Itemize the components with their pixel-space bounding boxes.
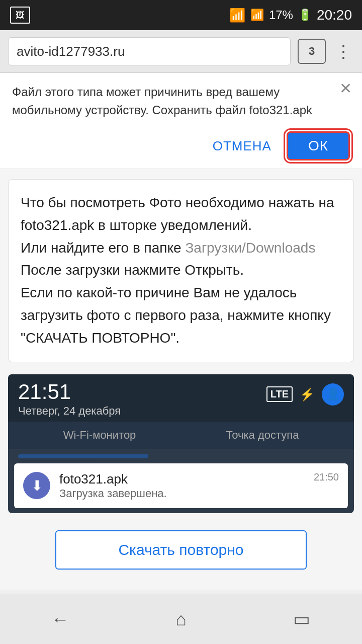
download-btn-container: Скачать повторно [8, 525, 354, 580]
address-input[interactable] [8, 37, 291, 65]
notif-tab-wifi[interactable]: Wi-Fi-монитор [18, 422, 181, 449]
notif-item-content: foto321.apk Загрузка завершена. [59, 471, 305, 500]
notif-time: 21:51 [18, 381, 121, 403]
notif-icons: LTE ⚡ 👤 [266, 383, 344, 406]
notif-header: 21:51 Четверг, 24 декабря LTE ⚡ 👤 [8, 374, 354, 422]
back-icon: ← [51, 609, 69, 630]
time-display: 20:20 [317, 7, 352, 23]
cancel-button[interactable]: ОТМЕНА [213, 138, 272, 154]
signal-icon: 📶 [250, 9, 264, 22]
notif-tab-hotspot[interactable]: Точка доступа [181, 422, 344, 449]
image-icon: 🖼 [10, 7, 30, 24]
home-icon: ⌂ [175, 609, 187, 630]
scroll-indicator [18, 454, 344, 458]
notif-signal-icon: ⚡ [300, 387, 315, 401]
download-icon: ⬇ [23, 472, 50, 499]
notif-date: Четверг, 24 декабря [18, 405, 121, 418]
notif-status: Загрузка завершена. [59, 487, 305, 500]
battery-percent: 17% [269, 8, 293, 22]
info-box: Что бы посмотреть Фото необходимо нажать… [8, 179, 354, 362]
notif-tabs: Wi-Fi-монитор Точка доступа [8, 422, 354, 449]
main-content: Что бы посмотреть Фото необходимо нажать… [0, 169, 362, 590]
menu-button[interactable]: ⋮ [333, 41, 354, 61]
warning-text: Файл этого типа может причинить вред ваш… [12, 83, 350, 119]
address-bar-area: 3 ⋮ [0, 30, 362, 73]
back-button[interactable]: ← [40, 604, 80, 634]
download-again-button[interactable]: Скачать повторно [55, 530, 307, 570]
path-text: Загрузки/Downloads [185, 240, 315, 256]
warning-actions: ОТМЕНА ОК [12, 131, 350, 160]
battery-icon: 🔋 [298, 9, 312, 22]
status-bar: 🖼 📶 📶 17% 🔋 20:20 [0, 0, 362, 30]
notification-panel: 21:51 Четверг, 24 декабря LTE ⚡ 👤 Wi-Fi-… [8, 374, 354, 513]
tab-count-button[interactable]: 3 [298, 39, 326, 64]
wifi-icon: 📶 [229, 8, 245, 23]
notification-item[interactable]: ⬇ foto321.apk Загрузка завершена. 21:50 [14, 463, 348, 508]
ok-button[interactable]: ОК [287, 131, 350, 160]
bottom-nav: ← ⌂ ▭ [0, 594, 362, 644]
recent-apps-button[interactable]: ▭ [282, 604, 322, 634]
info-text-main: Что бы посмотреть Фото необходимо нажать… [21, 195, 334, 346]
lte-badge: LTE [266, 386, 293, 402]
notif-item-time: 21:50 [314, 471, 339, 483]
notif-avatar: 👤 [322, 383, 344, 406]
home-button[interactable]: ⌂ [161, 604, 201, 634]
warning-dialog: ✕ Файл этого типа может причинить вред в… [0, 73, 362, 169]
warning-close-button[interactable]: ✕ [339, 81, 352, 96]
recent-apps-icon: ▭ [293, 609, 310, 630]
notif-filename: foto321.apk [59, 471, 305, 487]
